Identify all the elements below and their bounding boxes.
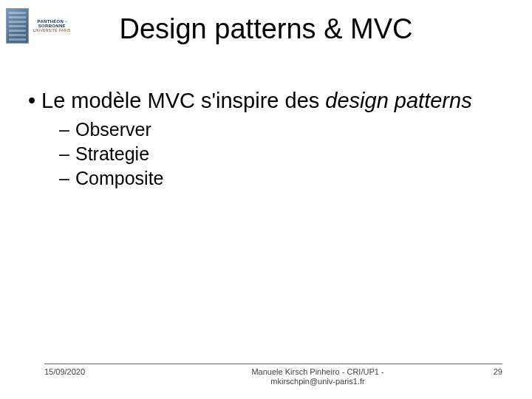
slide-footer: 15/09/2020 Manuele Kirsch Pinheiro - CRI…: [44, 364, 502, 388]
footer-author: Manuele Kirsch Pinheiro - CRI/UP1 - mkir…: [177, 367, 458, 388]
bullet-main-emph: design patterns: [325, 89, 471, 112]
bullet-main: • Le modèle MVC s'inspire des design pat…: [22, 89, 510, 113]
dash-icon: –: [59, 168, 75, 189]
footer-date: 15/09/2020: [44, 367, 177, 376]
bullet-dot-icon: •: [22, 89, 41, 113]
slide: PANTHÉON · SORBONNE UNIVERSITÉ PARIS Des…: [0, 0, 532, 399]
footer-page-number: 29: [458, 367, 502, 376]
footer-author-line2: mkirschpin@univ-paris1.fr: [177, 377, 458, 387]
sub-bullet-text: Composite: [75, 168, 164, 189]
sub-bullet: – Observer: [59, 119, 510, 140]
dash-icon: –: [59, 143, 75, 165]
footer-author-line1: Manuele Kirsch Pinheiro - CRI/UP1 -: [177, 367, 458, 378]
bullet-main-text: Le modèle MVC s'inspire des design patte…: [41, 89, 510, 113]
sub-bullet-text: Observer: [75, 119, 151, 140]
bullet-main-prefix: Le modèle MVC s'inspire des: [41, 89, 325, 112]
sub-bullet: – Composite: [59, 168, 510, 189]
slide-title: Design patterns & MVC: [0, 13, 532, 45]
sub-bullet: – Strategie: [59, 143, 510, 165]
dash-icon: –: [59, 119, 75, 140]
slide-body: • Le modèle MVC s'inspire des design pat…: [22, 89, 510, 192]
sub-bullet-text: Strategie: [75, 143, 149, 165]
